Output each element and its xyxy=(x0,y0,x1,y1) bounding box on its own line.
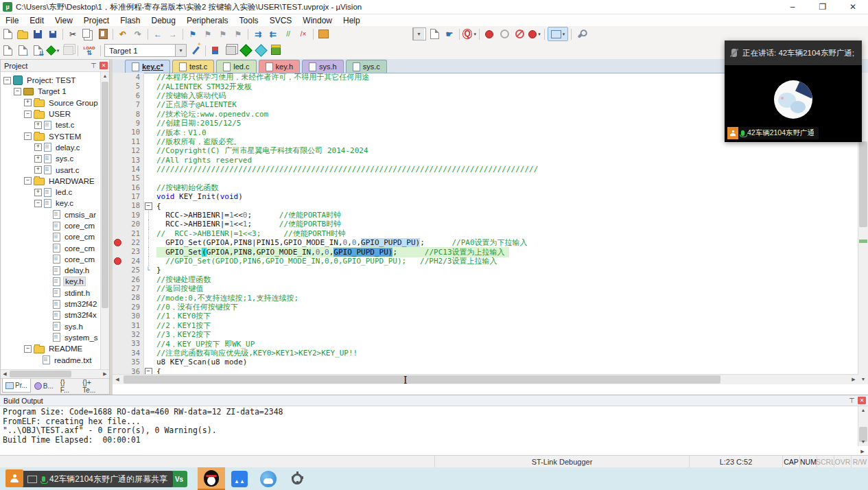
menu-edit[interactable]: Edit xyxy=(24,16,49,25)
pin-icon[interactable]: ⊤ xyxy=(849,397,856,404)
cut-icon[interactable]: ✂ xyxy=(66,27,80,40)
copy-icon[interactable] xyxy=(81,27,95,40)
tree-item-sys.h[interactable]: sys.h xyxy=(1,321,101,332)
scroll-down-icon[interactable]: ▼ xyxy=(858,438,868,446)
screen-share-banner[interactable]: 42车辆2104东野广通的屏幕共享 xyxy=(8,471,173,487)
menu-window[interactable]: Window xyxy=(297,16,338,25)
pack-installer-icon[interactable] xyxy=(269,44,283,57)
expand-icon[interactable]: + xyxy=(34,143,42,151)
tree-item-SourceGroup1[interactable]: +Source Group 1 xyxy=(1,97,101,108)
menu-tools[interactable]: Tools xyxy=(234,16,264,25)
target-select[interactable]: Target 1 ▾ xyxy=(104,44,187,57)
code-line-12[interactable]: 12//Copyright(C) 广州市星翼电子科技有限公司 2014-2024 xyxy=(113,146,858,155)
batch-build-icon[interactable]: ▾ xyxy=(46,44,60,57)
find-in-files-icon[interactable] xyxy=(427,27,441,40)
tree-item-README[interactable]: −README xyxy=(1,343,101,354)
save-all-icon[interactable] xyxy=(46,27,60,40)
find-combo[interactable]: ▾ xyxy=(412,27,426,40)
tree-item-led.c[interactable]: +led.c xyxy=(1,187,101,198)
download-icon[interactable]: LOAD⇅ xyxy=(81,44,97,57)
call-overlay-header[interactable]: 正在讲话: 42车辆2104东野广通; xyxy=(725,40,862,65)
outdent-icon[interactable]: ⇇ xyxy=(266,27,280,40)
nav-forward-icon[interactable]: → xyxy=(166,27,180,40)
comment-icon[interactable]: // xyxy=(281,27,295,40)
code-line-26[interactable]: 26//按键处理函数 xyxy=(113,275,858,284)
tree-item-stdint.h[interactable]: stdint.h xyxy=(1,288,101,299)
options-for-target-icon[interactable] xyxy=(189,44,202,57)
tree-item-core_cm[interactable]: core_cm xyxy=(1,231,101,242)
editor-tab-test.c[interactable]: test.c xyxy=(172,60,214,73)
scroll-left-icon[interactable]: ◀ xyxy=(113,375,122,384)
scroll-up-icon[interactable]: ▲ xyxy=(858,406,868,415)
expand-icon[interactable]: + xyxy=(34,189,42,196)
build-output-close-icon[interactable]: ✕ xyxy=(858,397,866,404)
code-line-24[interactable]: 24 //GPIO_Set(GPIOD,PIN6,GPIO_MODE_IN,0,… xyxy=(113,257,858,266)
docs-taskbar-icon[interactable]: ▲▲ xyxy=(231,470,248,488)
tree-item-readme.txt[interactable]: readme.txt xyxy=(1,354,101,365)
code-line-33[interactable]: 33//4，KEY_UP按下 即WK_UP xyxy=(113,339,858,348)
menu-help[interactable]: Help xyxy=(338,16,366,25)
prev-bookmark-icon[interactable]: ⚑ xyxy=(201,27,215,40)
mic-muted-icon[interactable] xyxy=(731,49,737,57)
code-line-31[interactable]: 31//2，KEY1按下 xyxy=(113,321,858,330)
code-line-32[interactable]: 32//3，KEY2按下 xyxy=(113,330,858,339)
scroll-down-icon[interactable]: ▼ xyxy=(858,375,868,384)
translate-icon[interactable] xyxy=(1,44,14,57)
manage-rte-icon[interactable] xyxy=(239,44,253,57)
minimize-button[interactable]: – xyxy=(777,1,808,14)
code-line-21[interactable]: 21// RCC->AHB1ENR|=1<<3; //使能PORTH时钟 xyxy=(113,229,858,238)
tree-item-test.c[interactable]: +test.c xyxy=(1,119,101,130)
save-icon[interactable] xyxy=(31,27,45,40)
browser-taskbar-icon[interactable] xyxy=(259,470,277,488)
panel-tab-3[interactable]: {}+ Te... xyxy=(79,379,109,393)
call-video-area[interactable]: 42车辆2104东野广通 xyxy=(725,65,862,142)
configure-tools-icon[interactable] xyxy=(574,27,588,40)
build-output-text[interactable]: Program Size: Code=1688 RO-data=460 RW-d… xyxy=(0,406,858,456)
call-overlay-window[interactable]: 正在讲话: 42车辆2104东野广通; 42车辆2104东野广通 xyxy=(725,40,862,142)
editor-tab-key.c[interactable]: key.c* xyxy=(125,60,170,73)
panel-tab-0[interactable]: Pr... xyxy=(2,379,31,393)
collapse-icon[interactable]: − xyxy=(24,177,32,185)
tree-item-cmsis_ar[interactable]: cmsis_ar xyxy=(1,209,101,220)
manage-project-items-icon[interactable] xyxy=(209,44,222,57)
editor-tab-key.h[interactable]: key.h xyxy=(259,60,300,73)
scroll-up-icon[interactable]: ▲ xyxy=(101,72,109,80)
expand-icon[interactable]: + xyxy=(34,121,42,129)
nav-back-icon[interactable]: ← xyxy=(151,27,165,40)
code-line-17[interactable]: 17void KEY_Init(void) xyxy=(113,192,858,201)
code-line-19[interactable]: 19 RCC->AHB1ENR|=1<<0; //使能PORTA时钟 xyxy=(113,211,858,220)
collapse-icon[interactable]: − xyxy=(14,88,21,95)
tree-item-stm32f4x[interactable]: stm32f4x xyxy=(1,310,101,320)
tree-item-USER[interactable]: −USER xyxy=(1,108,101,119)
scroll-left-icon[interactable]: ◀ xyxy=(1,371,9,377)
rebuild-icon[interactable]: ⇊ xyxy=(31,44,45,57)
next-bookmark-icon[interactable]: ⚑ xyxy=(216,27,230,40)
expand-icon[interactable]: + xyxy=(24,99,32,106)
build-output-scrollbar[interactable]: ▲ ▼ xyxy=(858,406,868,446)
menu-flash[interactable]: Flash xyxy=(115,16,145,25)
menu-debug[interactable]: Debug xyxy=(146,16,181,25)
insert-breakpoint-icon[interactable] xyxy=(482,27,496,40)
settings-taskbar-icon[interactable] xyxy=(288,470,306,488)
code-line-27[interactable]: 27//返回按键值 xyxy=(113,284,858,293)
tree-item-ProjectTEST[interactable]: −Project: TEST xyxy=(1,75,101,86)
editor-tab-sys.h[interactable]: sys.h xyxy=(302,60,344,73)
tree-item-core_cm[interactable]: core_cm xyxy=(1,254,101,265)
qq-taskbar-icon[interactable] xyxy=(198,467,225,490)
panel-tab-2[interactable]: {} F... xyxy=(57,379,80,393)
collapse-icon[interactable]: − xyxy=(24,132,32,140)
code-line-18[interactable]: 18−{ xyxy=(113,201,858,210)
project-panel-close-icon[interactable]: ✕ xyxy=(99,62,108,69)
panel-tab-1[interactable]: B... xyxy=(31,379,57,393)
editor-tab-sys.c[interactable]: sys.c xyxy=(346,60,387,73)
close-button[interactable]: ✕ xyxy=(838,1,868,14)
scroll-right-icon[interactable]: ▶ xyxy=(101,371,109,377)
code-line-14[interactable]: 14//////////////////////////////////////… xyxy=(113,165,858,174)
tree-item-delay.h[interactable]: delay.h xyxy=(1,265,101,276)
code-line-29[interactable]: 29//0，没有任何按键按下 xyxy=(113,303,858,312)
config-icon[interactable] xyxy=(316,27,330,40)
code-line-15[interactable]: 15 xyxy=(113,174,858,183)
select-packs-icon[interactable] xyxy=(254,44,268,57)
editor-tab-led.c[interactable]: led.c xyxy=(216,60,256,73)
menu-view[interactable]: View xyxy=(49,16,78,25)
